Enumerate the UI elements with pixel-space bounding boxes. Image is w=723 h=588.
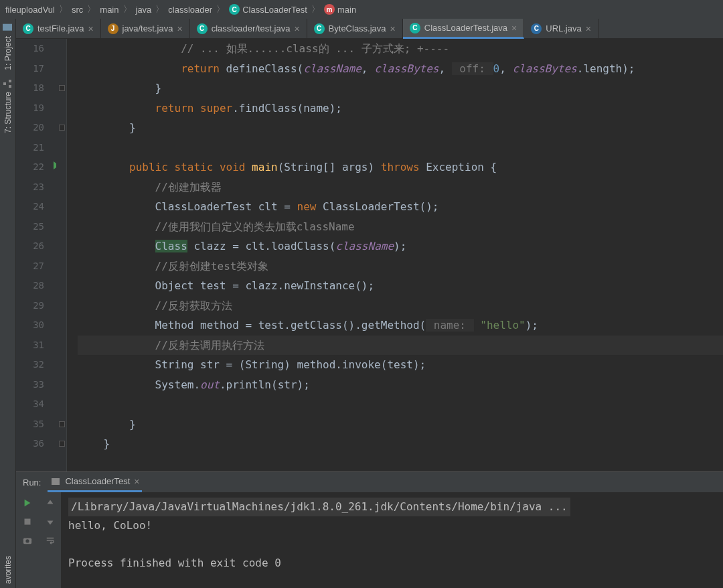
line-number[interactable]: 35 [16,415,44,435]
fold-toggle[interactable] [59,85,65,91]
run-toolbar-primary [16,492,39,588]
line-number[interactable]: 16 [16,39,44,59]
close-icon[interactable]: × [177,23,182,34]
code-line[interactable]: //使用我们自定义的类去加载className [78,217,723,237]
down-stack-button[interactable] [45,516,56,527]
code-line[interactable]: Method method = test.getClass().getMetho… [78,315,723,336]
line-number[interactable]: 25 [16,217,44,237]
code-line[interactable]: Class clazz = clt.loadClass(className); [78,236,723,256]
code-line[interactable]: } [78,118,723,138]
editor-tab[interactable]: CClassLoaderTest.java× [403,19,524,39]
fold-toggle[interactable] [59,125,65,131]
play-icon [23,498,32,508]
tool-label: 7: Structure [3,92,13,133]
breadcrumb-item[interactable]: classloader [168,5,212,15]
dump-button[interactable] [22,535,33,546]
line-number[interactable]: 31 [16,336,44,356]
close-icon[interactable]: × [134,476,139,487]
breadcrumb-item[interactable]: m main [324,4,356,15]
editor-tab[interactable]: Cclassloader/test.java× [190,19,307,38]
line-number[interactable]: 18 [16,78,44,98]
close-icon[interactable]: × [586,23,591,34]
code-line[interactable]: //反射创建test类对象 [78,256,723,277]
tab-label: java/test.java [123,23,173,33]
close-icon[interactable]: × [511,23,517,33]
structure-tool-button[interactable]: 7: Structure [0,74,15,137]
line-number[interactable]: 21 [16,138,44,158]
editor-tab[interactable]: CURL.java× [524,19,598,38]
left-tool-strip: 1: Project 7: Structure avorites [0,19,16,588]
line-number[interactable]: 29 [16,296,44,316]
stop-button[interactable] [22,516,33,527]
line-number[interactable]: 23 [16,177,44,198]
code-line[interactable]: Object test = clazz.newInstance(); [78,276,723,296]
line-number[interactable]: 24 [16,197,44,217]
editor-tab[interactable]: CByteClass.java× [307,19,403,38]
code-line[interactable] [78,138,723,158]
code-line[interactable]: return defineClass(className, classBytes… [78,59,723,79]
fold-toggle[interactable] [59,421,65,427]
code-line[interactable]: //创建加载器 [78,177,723,198]
file-icon: C [23,23,33,34]
line-number[interactable]: 22 [16,157,44,177]
line-number[interactable]: 32 [16,355,44,375]
line-number[interactable]: 19 [16,98,44,119]
favorites-tool-button[interactable]: avorites [0,552,15,588]
breadcrumb-item[interactable]: fileuploadVul [5,5,55,15]
fold-toggle[interactable] [59,441,65,447]
tool-label: 1: Project [3,36,13,70]
code-line[interactable]: String str = (String) method.invoke(test… [78,355,723,375]
soft-wrap-button[interactable] [45,535,56,546]
close-icon[interactable]: × [88,23,93,34]
svg-point-8 [25,539,29,542]
breadcrumb-item[interactable]: C ClassLoaderTest [229,4,307,15]
breadcrumb-item[interactable]: main [100,5,118,15]
line-number[interactable]: 34 [16,394,44,415]
code-line[interactable]: } [78,78,723,98]
close-icon[interactable]: × [390,23,396,34]
run-config-tab[interactable]: ClassLoaderTest × [48,472,142,492]
line-number[interactable]: 36 [16,434,44,454]
code-line[interactable]: } [78,434,723,454]
svg-rect-4 [52,478,60,485]
code-editor[interactable]: // ... 如果......class的 ... 子方式来; +---- re… [67,39,723,471]
line-number[interactable]: 17 [16,59,44,79]
line-number[interactable]: 30 [16,315,44,336]
editor-tab[interactable]: Jjava/test.java× [101,19,190,38]
line-number[interactable]: 27 [16,256,44,277]
run-config-icon [50,476,61,487]
editor-tabs: CtestFile.java×Jjava/test.java×Cclassloa… [16,19,723,39]
code-line[interactable]: //反射获取方法 [78,296,723,316]
project-tool-button[interactable]: 1: Project [0,19,15,74]
breadcrumb-item[interactable]: java [136,5,152,15]
code-line[interactable]: ClassLoaderTest clt = new ClassLoaderTes… [78,197,723,217]
svg-rect-6 [25,519,31,525]
console-output[interactable]: /Library/Java/JavaVirtualMachines/jdk1.8… [62,492,723,588]
code-line[interactable]: //反射去调用执行方法 [78,336,723,356]
camera-icon [23,536,32,545]
run-config-label: ClassLoaderTest [65,476,130,486]
line-number[interactable]: 28 [16,276,44,296]
editor-tab[interactable]: CtestFile.java× [16,19,101,38]
code-line[interactable]: return super.findClass(name); [78,98,723,119]
chevron-right-icon: 〉 [87,3,96,15]
line-gutter[interactable]: 1617181920212223242526272829303132333435… [16,39,56,471]
breadcrumb-item[interactable]: src [72,5,83,15]
rerun-button[interactable] [22,498,33,508]
code-line[interactable]: } [78,415,723,435]
code-line[interactable]: // ... 如果......class的 ... 子方式来; +---- [78,39,723,59]
code-line[interactable] [78,394,723,415]
breadcrumb-label: main [337,5,356,15]
file-icon: C [197,23,208,34]
code-line[interactable]: public static void main(String[] args) t… [78,157,723,177]
code-line[interactable]: System.out.println(str); [78,375,723,395]
run-panel: Run: ClassLoaderTest × [16,471,723,588]
editor-area: 1617181920212223242526272829303132333435… [16,39,723,471]
line-number[interactable]: 26 [16,236,44,256]
fold-column[interactable] [56,39,67,471]
console-line: Process finished with exit code 0 [68,554,716,573]
up-stack-button[interactable] [45,498,56,508]
line-number[interactable]: 20 [16,118,44,138]
close-icon[interactable]: × [294,23,299,34]
line-number[interactable]: 33 [16,375,44,395]
